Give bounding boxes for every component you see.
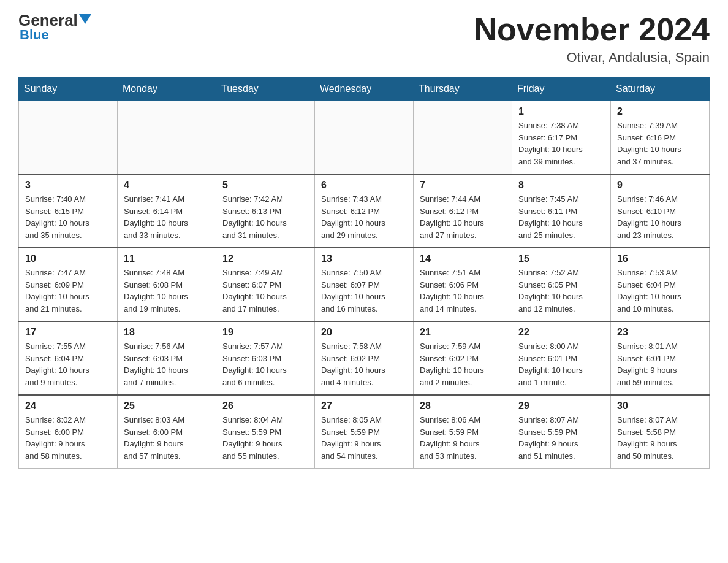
day-info: Sunrise: 7:58 AMSunset: 6:02 PMDaylight:… [321, 340, 407, 388]
calendar-header-sunday: Sunday [19, 77, 118, 101]
day-number: 30 [617, 400, 703, 412]
day-info: Sunrise: 7:57 AMSunset: 6:03 PMDaylight:… [222, 340, 308, 388]
calendar-cell: 13Sunrise: 7:50 AMSunset: 6:07 PMDayligh… [315, 248, 414, 321]
calendar-cell [118, 101, 216, 175]
day-info: Sunrise: 7:39 AMSunset: 6:16 PMDaylight:… [617, 120, 703, 167]
calendar-cell: 25Sunrise: 8:03 AMSunset: 6:00 PMDayligh… [118, 395, 216, 469]
location-title: Otivar, Andalusia, Spain [474, 50, 710, 66]
calendar-cell: 2Sunrise: 7:39 AMSunset: 6:16 PMDaylight… [611, 101, 710, 175]
calendar-cell: 9Sunrise: 7:46 AMSunset: 6:10 PMDaylight… [611, 174, 710, 248]
day-info: Sunrise: 7:50 AMSunset: 6:07 PMDaylight:… [321, 267, 407, 315]
calendar-cell [315, 101, 414, 175]
day-number: 14 [420, 253, 506, 264]
day-number: 23 [617, 327, 703, 338]
calendar-cell: 3Sunrise: 7:40 AMSunset: 6:15 PMDaylight… [19, 174, 118, 248]
calendar-cell: 4Sunrise: 7:41 AMSunset: 6:14 PMDaylight… [118, 174, 216, 248]
calendar-table: SundayMondayTuesdayWednesdayThursdayFrid… [18, 77, 710, 469]
day-number: 16 [617, 253, 703, 264]
calendar-cell: 21Sunrise: 7:59 AMSunset: 6:02 PMDayligh… [414, 321, 512, 395]
day-info: Sunrise: 8:00 AMSunset: 6:01 PMDaylight:… [518, 340, 604, 388]
day-number: 6 [321, 180, 407, 191]
calendar-cell: 27Sunrise: 8:05 AMSunset: 5:59 PMDayligh… [315, 395, 414, 469]
day-number: 11 [124, 253, 210, 264]
day-number: 13 [321, 253, 407, 264]
day-info: Sunrise: 8:07 AMSunset: 5:58 PMDaylight:… [617, 414, 703, 462]
calendar-header-saturday: Saturday [611, 77, 710, 101]
day-number: 10 [25, 253, 111, 264]
day-info: Sunrise: 7:44 AMSunset: 6:12 PMDaylight:… [420, 193, 506, 241]
day-info: Sunrise: 8:05 AMSunset: 5:59 PMDaylight:… [321, 414, 407, 462]
day-number: 21 [420, 327, 506, 338]
calendar-cell: 5Sunrise: 7:42 AMSunset: 6:13 PMDaylight… [216, 174, 315, 248]
calendar-cell: 8Sunrise: 7:45 AMSunset: 6:11 PMDaylight… [512, 174, 611, 248]
calendar-week-row: 1Sunrise: 7:38 AMSunset: 6:17 PMDaylight… [19, 101, 710, 175]
day-number: 24 [25, 400, 111, 412]
day-number: 27 [321, 400, 407, 412]
calendar-cell: 1Sunrise: 7:38 AMSunset: 6:17 PMDaylight… [512, 101, 611, 175]
calendar-cell: 12Sunrise: 7:49 AMSunset: 6:07 PMDayligh… [216, 248, 315, 321]
day-info: Sunrise: 7:59 AMSunset: 6:02 PMDaylight:… [420, 340, 506, 388]
calendar-header-monday: Monday [118, 77, 216, 101]
day-number: 7 [420, 180, 506, 191]
day-number: 29 [518, 400, 604, 412]
day-info: Sunrise: 8:03 AMSunset: 6:00 PMDaylight:… [124, 414, 210, 462]
calendar-cell [19, 101, 118, 175]
day-number: 12 [222, 253, 308, 264]
calendar-header-wednesday: Wednesday [315, 77, 414, 101]
logo-general: General [18, 12, 78, 28]
day-info: Sunrise: 8:07 AMSunset: 5:59 PMDaylight:… [518, 414, 604, 462]
day-info: Sunrise: 8:01 AMSunset: 6:01 PMDaylight:… [617, 340, 703, 388]
day-info: Sunrise: 7:47 AMSunset: 6:09 PMDaylight:… [25, 267, 111, 315]
day-info: Sunrise: 7:46 AMSunset: 6:10 PMDaylight:… [617, 193, 703, 241]
calendar-cell: 14Sunrise: 7:51 AMSunset: 6:06 PMDayligh… [414, 248, 512, 321]
day-info: Sunrise: 7:49 AMSunset: 6:07 PMDaylight:… [222, 267, 308, 315]
calendar-week-row: 10Sunrise: 7:47 AMSunset: 6:09 PMDayligh… [19, 248, 710, 321]
calendar-cell: 16Sunrise: 7:53 AMSunset: 6:04 PMDayligh… [611, 248, 710, 321]
day-info: Sunrise: 7:45 AMSunset: 6:11 PMDaylight:… [518, 193, 604, 241]
day-info: Sunrise: 8:06 AMSunset: 5:59 PMDaylight:… [420, 414, 506, 462]
day-number: 17 [25, 327, 111, 338]
day-number: 5 [222, 180, 308, 191]
day-info: Sunrise: 8:02 AMSunset: 6:00 PMDaylight:… [25, 414, 111, 462]
day-info: Sunrise: 7:38 AMSunset: 6:17 PMDaylight:… [518, 120, 604, 167]
calendar-cell: 15Sunrise: 7:52 AMSunset: 6:05 PMDayligh… [512, 248, 611, 321]
day-info: Sunrise: 7:40 AMSunset: 6:15 PMDaylight:… [25, 193, 111, 241]
day-number: 28 [420, 400, 506, 412]
day-info: Sunrise: 7:53 AMSunset: 6:04 PMDaylight:… [617, 267, 703, 315]
day-number: 2 [617, 106, 703, 117]
calendar-cell [414, 101, 512, 175]
day-info: Sunrise: 8:04 AMSunset: 5:59 PMDaylight:… [222, 414, 308, 462]
calendar-cell: 7Sunrise: 7:44 AMSunset: 6:12 PMDaylight… [414, 174, 512, 248]
calendar-cell: 11Sunrise: 7:48 AMSunset: 6:08 PMDayligh… [118, 248, 216, 321]
calendar-header-thursday: Thursday [414, 77, 512, 101]
calendar-cell: 29Sunrise: 8:07 AMSunset: 5:59 PMDayligh… [512, 395, 611, 469]
calendar-cell: 19Sunrise: 7:57 AMSunset: 6:03 PMDayligh… [216, 321, 315, 395]
day-number: 8 [518, 180, 604, 191]
day-info: Sunrise: 7:43 AMSunset: 6:12 PMDaylight:… [321, 193, 407, 241]
day-info: Sunrise: 7:41 AMSunset: 6:14 PMDaylight:… [124, 193, 210, 241]
day-number: 9 [617, 180, 703, 191]
day-info: Sunrise: 7:51 AMSunset: 6:06 PMDaylight:… [420, 267, 506, 315]
calendar-cell: 30Sunrise: 8:07 AMSunset: 5:58 PMDayligh… [611, 395, 710, 469]
day-number: 1 [518, 106, 604, 117]
day-info: Sunrise: 7:56 AMSunset: 6:03 PMDaylight:… [124, 340, 210, 388]
calendar-cell: 10Sunrise: 7:47 AMSunset: 6:09 PMDayligh… [19, 248, 118, 321]
calendar-week-row: 17Sunrise: 7:55 AMSunset: 6:04 PMDayligh… [19, 321, 710, 395]
month-title: November 2024 [474, 12, 710, 47]
calendar-cell: 24Sunrise: 8:02 AMSunset: 6:00 PMDayligh… [19, 395, 118, 469]
day-info: Sunrise: 7:48 AMSunset: 6:08 PMDaylight:… [124, 267, 210, 315]
day-number: 20 [321, 327, 407, 338]
calendar-header-tuesday: Tuesday [216, 77, 315, 101]
day-number: 25 [124, 400, 210, 412]
calendar-cell: 18Sunrise: 7:56 AMSunset: 6:03 PMDayligh… [118, 321, 216, 395]
calendar-cell: 26Sunrise: 8:04 AMSunset: 5:59 PMDayligh… [216, 395, 315, 469]
day-number: 4 [124, 180, 210, 191]
day-number: 3 [25, 180, 111, 191]
logo-blue: Blue [20, 27, 49, 43]
day-number: 26 [222, 400, 308, 412]
logo-triangle-icon [79, 14, 91, 24]
calendar-cell: 28Sunrise: 8:06 AMSunset: 5:59 PMDayligh… [414, 395, 512, 469]
calendar-cell [216, 101, 315, 175]
day-number: 15 [518, 253, 604, 264]
day-info: Sunrise: 7:55 AMSunset: 6:04 PMDaylight:… [25, 340, 111, 388]
